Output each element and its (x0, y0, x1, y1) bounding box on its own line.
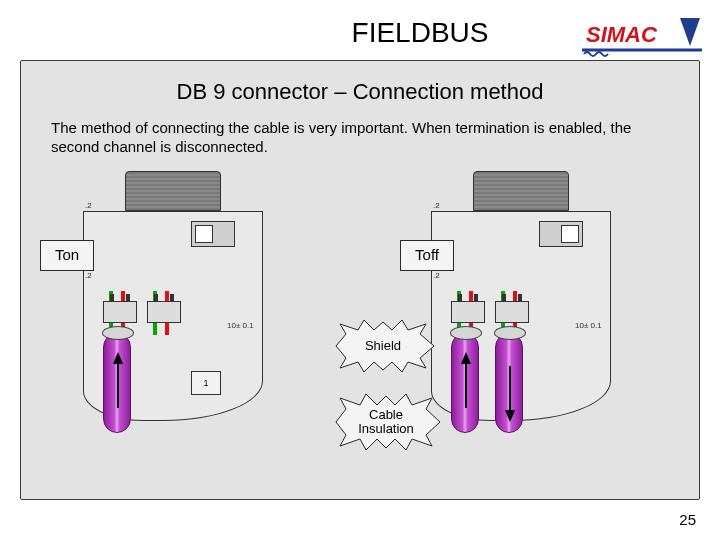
switch-slider-icon (561, 225, 579, 243)
cable-icon (495, 333, 523, 433)
callout-toff: Toff (400, 240, 454, 271)
dim-label: .2 (433, 271, 440, 280)
arrow-up-icon (461, 352, 471, 364)
slide: FIELDBUS SIMAC DB 9 connector – Connecti… (0, 0, 720, 540)
callout-shield-starburst: Shield (330, 320, 436, 372)
dim-label: 10± 0.1 (227, 321, 254, 330)
terminal-block (451, 301, 485, 323)
cable-cap-icon (102, 326, 134, 340)
dim-label: 10± 0.1 (575, 321, 602, 330)
termination-switch-on (191, 221, 235, 247)
slide-subtitle: DB 9 connector – Connection method (21, 79, 699, 105)
termination-switch-off (539, 221, 583, 247)
cable-cap-icon (450, 326, 482, 340)
cable-icon (103, 333, 131, 433)
title-bar: FIELDBUS SIMAC (0, 10, 720, 56)
page-number: 25 (679, 511, 696, 528)
db9-shell-icon (125, 171, 221, 211)
terminal-block (495, 301, 529, 323)
arrow-down-icon (505, 410, 515, 422)
dim-label: .2 (85, 201, 92, 210)
callout-ton: Ton (40, 240, 94, 271)
simac-logo: SIMAC (582, 16, 702, 58)
terminal-block (103, 301, 137, 323)
db9-shell-icon (473, 171, 569, 211)
connector-right: .2 .2 10± 0.1 (409, 171, 641, 451)
slide-body-text: The method of connecting the cable is ve… (51, 119, 669, 157)
logo-text: SIMAC (586, 22, 658, 47)
dim-label: .2 (85, 271, 92, 280)
cable-cap-icon (494, 326, 526, 340)
terminal-block (147, 301, 181, 323)
mini-box: 1 (191, 371, 221, 395)
mini-box-label: 1 (203, 378, 208, 388)
connector-left: .2 .2 10± 0.1 (61, 171, 293, 451)
arrow-up-icon (113, 352, 123, 364)
switch-slider-icon (195, 225, 213, 243)
callout-ton-label: Ton (55, 246, 79, 263)
svg-marker-0 (680, 18, 700, 46)
callout-cable-insulation-starburst: Cable Insulation (330, 394, 442, 450)
callout-shield-label: Shield (359, 339, 407, 353)
cable-icon (451, 333, 479, 433)
callout-toff-label: Toff (415, 246, 439, 263)
dim-label: .2 (433, 201, 440, 210)
callout-cable-insulation-label: Cable Insulation (352, 408, 420, 435)
